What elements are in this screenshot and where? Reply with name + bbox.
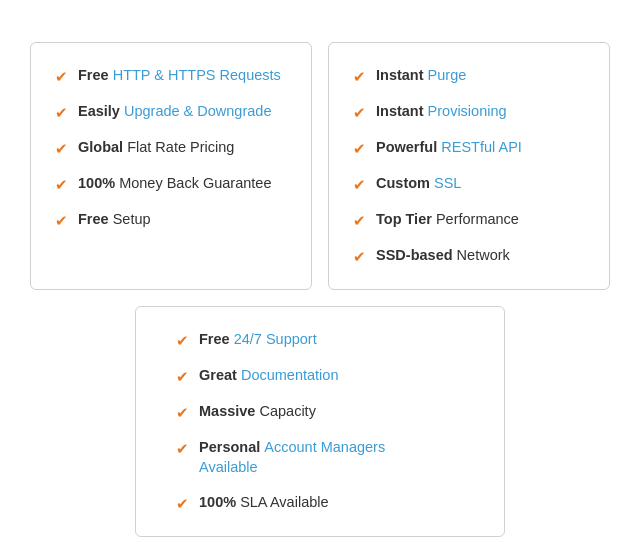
feature-bold: 100% — [199, 494, 240, 510]
list-item: ✔ Instant Provisioning — [353, 101, 585, 123]
feature-link[interactable]: HTTP & HTTPS Requests — [113, 67, 281, 83]
list-item: ✔ Great Documentation — [176, 365, 464, 387]
feature-link[interactable]: 24/7 Support — [234, 331, 317, 347]
check-icon: ✔ — [353, 66, 366, 87]
feature-text: Free 24/7 Support — [199, 329, 464, 349]
feature-link[interactable]: RESTful API — [441, 139, 522, 155]
feature-text: Free Setup — [78, 209, 287, 229]
feature-bold: Top Tier — [376, 211, 436, 227]
check-icon: ✔ — [55, 174, 68, 195]
check-icon: ✔ — [353, 102, 366, 123]
feature-bold: SSD-based — [376, 247, 457, 263]
feature-link[interactable]: SSL — [434, 175, 461, 191]
feature-text: Easily Upgrade & Downgrade — [78, 101, 287, 121]
feature-link[interactable]: Upgrade & Downgrade — [124, 103, 272, 119]
check-icon: ✔ — [353, 174, 366, 195]
list-item: ✔ Free 24/7 Support — [176, 329, 464, 351]
feature-text: Instant Purge — [376, 65, 585, 85]
check-icon: ✔ — [55, 138, 68, 159]
feature-bold: Global — [78, 139, 127, 155]
feature-bold: Instant — [376, 103, 428, 119]
feature-text: Top Tier Performance — [376, 209, 585, 229]
feature-bold: Instant — [376, 67, 428, 83]
list-item: ✔ Free Setup — [55, 209, 287, 231]
feature-bold: Powerful — [376, 139, 441, 155]
list-item: ✔ SSD-based Network — [353, 245, 585, 267]
feature-text: Personal Account ManagersAvailable — [199, 437, 464, 478]
check-icon: ✔ — [176, 493, 189, 514]
feature-text: SSD-based Network — [376, 245, 585, 265]
list-item: ✔ Powerful RESTful API — [353, 137, 585, 159]
check-icon: ✔ — [353, 210, 366, 231]
list-item: ✔ Easily Upgrade & Downgrade — [55, 101, 287, 123]
card-left: ✔ Free HTTP & HTTPS Requests ✔ Easily Up… — [30, 42, 312, 290]
feature-bold: Free — [199, 331, 234, 347]
feature-link[interactable]: Documentation — [241, 367, 339, 383]
check-icon: ✔ — [176, 366, 189, 387]
feature-link[interactable]: Provisioning — [428, 103, 507, 119]
feature-bold: Free — [78, 211, 113, 227]
feature-text: Instant Provisioning — [376, 101, 585, 121]
list-item: ✔ Instant Purge — [353, 65, 585, 87]
feature-bold: Easily — [78, 103, 124, 119]
feature-text: Custom SSL — [376, 173, 585, 193]
feature-bold: Free — [78, 67, 113, 83]
feature-text: Free HTTP & HTTPS Requests — [78, 65, 287, 85]
feature-text: Global Flat Rate Pricing — [78, 137, 287, 157]
feature-text: 100% Money Back Guarantee — [78, 173, 287, 193]
check-icon: ✔ — [55, 66, 68, 87]
list-item: ✔ 100% Money Back Guarantee — [55, 173, 287, 195]
check-icon: ✔ — [55, 102, 68, 123]
feature-bold: Massive — [199, 403, 259, 419]
top-cards-row: ✔ Free HTTP & HTTPS Requests ✔ Easily Up… — [30, 42, 610, 290]
feature-link[interactable]: Purge — [428, 67, 467, 83]
card-right: ✔ Instant Purge ✔ Instant Provisioning ✔… — [328, 42, 610, 290]
list-item: ✔ Global Flat Rate Pricing — [55, 137, 287, 159]
list-item: ✔ 100% SLA Available — [176, 492, 464, 514]
list-item: ✔ Massive Capacity — [176, 401, 464, 423]
feature-text: 100% SLA Available — [199, 492, 464, 512]
feature-text: Powerful RESTful API — [376, 137, 585, 157]
feature-text: Massive Capacity — [199, 401, 464, 421]
feature-bold: Personal — [199, 439, 264, 455]
list-item: ✔ Free HTTP & HTTPS Requests — [55, 65, 287, 87]
list-item: ✔ Custom SSL — [353, 173, 585, 195]
check-icon: ✔ — [55, 210, 68, 231]
check-icon: ✔ — [353, 246, 366, 267]
list-item: ✔ Top Tier Performance — [353, 209, 585, 231]
feature-text: Great Documentation — [199, 365, 464, 385]
check-icon: ✔ — [353, 138, 366, 159]
feature-bold: Custom — [376, 175, 434, 191]
check-icon: ✔ — [176, 330, 189, 351]
card-bottom: ✔ Free 24/7 Support ✔ Great Documentatio… — [135, 306, 505, 537]
feature-bold: Great — [199, 367, 241, 383]
feature-bold: 100% — [78, 175, 119, 191]
check-icon: ✔ — [176, 438, 189, 459]
check-icon: ✔ — [176, 402, 189, 423]
list-item: ✔ Personal Account ManagersAvailable — [176, 437, 464, 478]
bottom-card-wrap: ✔ Free 24/7 Support ✔ Great Documentatio… — [30, 306, 610, 537]
